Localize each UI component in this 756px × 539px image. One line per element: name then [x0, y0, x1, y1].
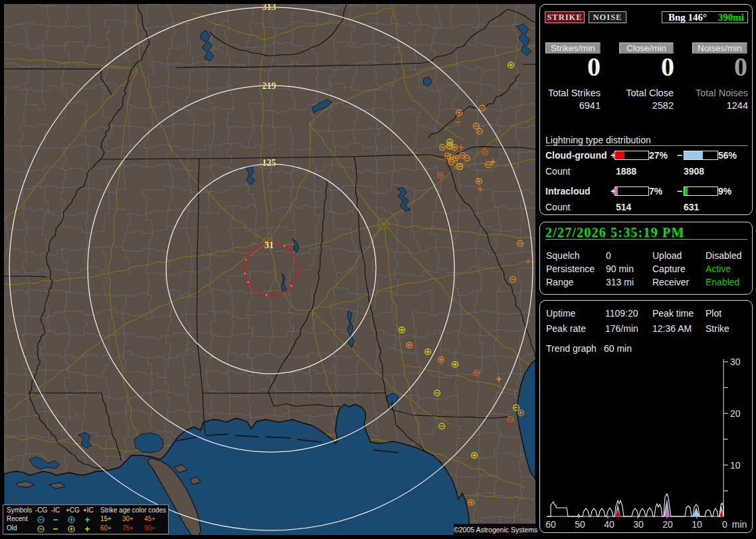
svg-text:30: 30	[730, 356, 741, 367]
svg-text:30: 30	[633, 519, 644, 530]
svg-text:40: 40	[604, 519, 614, 530]
svg-text:0: 0	[722, 519, 727, 530]
svg-text:125: 125	[262, 158, 276, 168]
svg-text:10: 10	[730, 460, 741, 471]
svg-text:20: 20	[730, 408, 741, 419]
svg-text:min: min	[732, 519, 747, 530]
svg-text:10: 10	[692, 519, 702, 530]
svg-text:50: 50	[575, 519, 585, 530]
svg-text:60: 60	[545, 519, 556, 530]
svg-text:219: 219	[262, 81, 276, 91]
svg-text:20: 20	[662, 519, 673, 530]
svg-text:313: 313	[262, 4, 276, 12]
svg-text:31: 31	[264, 240, 274, 250]
